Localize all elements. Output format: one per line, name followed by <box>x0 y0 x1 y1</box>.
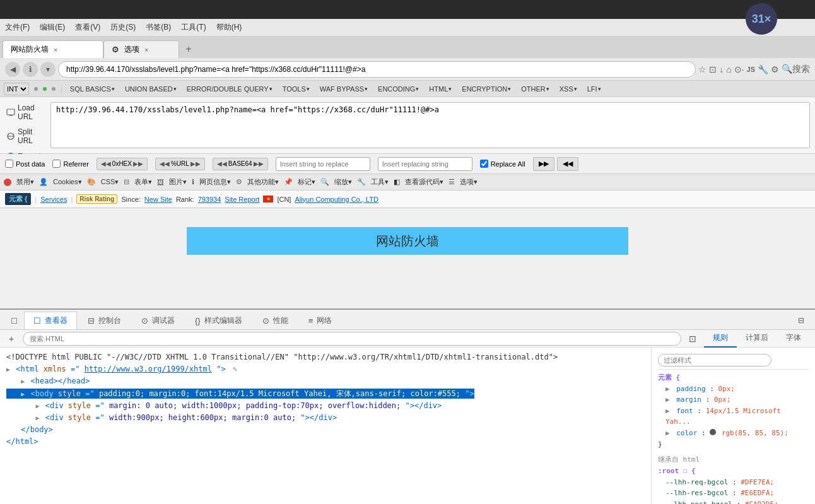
rules-close-brace: } <box>658 440 662 448</box>
html-search-input[interactable] <box>23 332 681 346</box>
shield-icon: ⊙· <box>734 64 744 74</box>
devtools-toggle[interactable]: ☐ <box>5 313 23 329</box>
devtools-tab-console[interactable]: ⊟ 控制台 <box>78 312 131 329</box>
menu-history[interactable]: 历史(S) <box>110 22 136 33</box>
disable-btn[interactable]: 禁用▾ <box>14 176 37 188</box>
div1-expand[interactable]: ▶ <box>35 402 39 409</box>
waf-bypass-btn[interactable]: WAF BYPASS <box>317 84 370 94</box>
dropdown-button[interactable]: ▾ <box>40 62 56 77</box>
encoding-btn[interactable]: ENCODING <box>375 84 421 94</box>
devtools-tab-inspector[interactable]: ☐ 查看器 <box>24 312 77 329</box>
replace-all-check[interactable] <box>480 160 488 168</box>
bookmark-icon[interactable]: ⊡ <box>709 64 717 74</box>
menu-edit[interactable]: 编辑(E) <box>40 22 65 33</box>
devtools-tab-network[interactable]: ≡ 网络 <box>299 312 342 329</box>
rank-value[interactable]: 793934 <box>198 196 221 203</box>
split-url-button[interactable]: Split URL <box>4 126 47 146</box>
options-btn[interactable]: 选项▾ <box>457 176 480 188</box>
tab-close-firewall[interactable]: × <box>54 46 57 54</box>
tab-options[interactable]: ⚙ 选项 × <box>103 40 179 58</box>
mark-btn[interactable]: 标记▾ <box>295 176 318 188</box>
hex-button[interactable]: ◀◀ 0xHEX ▶▶ <box>97 158 148 170</box>
tools-btn2[interactable]: 工具▾ <box>368 176 391 188</box>
html-line-body: ▶ <body style =" padding:0; margin:0; fo… <box>6 388 645 400</box>
cookies-btn[interactable]: Cookies▾ <box>50 177 85 187</box>
base64-button[interactable]: ◀◀ BASE64 ▶▶ <box>213 158 268 170</box>
post-data-check[interactable] <box>5 160 13 168</box>
devtools-tab-performance[interactable]: ⊙ 性能 <box>253 312 298 329</box>
netcraft-bar: 元素 { | Services | Risk Rating Since: New… <box>0 190 815 208</box>
menu-bookmarks[interactable]: 书签(B) <box>146 22 171 33</box>
info-button[interactable]: ℹ <box>23 62 38 77</box>
union-based-btn[interactable]: UNION BASED <box>122 84 179 94</box>
tools-btn[interactable]: TOOLS <box>280 84 312 94</box>
sep2: | <box>71 196 73 203</box>
menu-view[interactable]: 查看(V) <box>75 22 100 33</box>
url-textarea[interactable]: http://39.96.44.170/xsslabs/level1.php?n… <box>50 102 810 148</box>
post-data-checkbox[interactable]: Post data <box>5 160 45 168</box>
tab-close-options[interactable]: × <box>144 46 148 54</box>
lfi-btn[interactable]: LFI <box>585 84 604 94</box>
html-search-submit[interactable]: ⊡ <box>686 332 699 345</box>
other-features-btn[interactable]: 其他功能▾ <box>245 176 281 188</box>
devtools-tab-style-editor[interactable]: {} 样式编辑器 <box>185 312 252 329</box>
html-btn[interactable]: HTML <box>426 84 454 94</box>
load-url-button[interactable]: Load URL <box>4 102 47 122</box>
menu-tools[interactable]: 工具(T) <box>181 22 206 33</box>
body-line-selected[interactable]: ▶ <body style =" padding:0; margin:0; fo… <box>6 389 474 399</box>
rules-tab[interactable]: 规则 <box>704 330 737 348</box>
body-expand[interactable]: ▶ <box>21 390 25 397</box>
replace-all-checkbox[interactable]: Replace All <box>480 160 525 168</box>
var1-val: #DFE7EA; <box>741 478 774 486</box>
head-expand[interactable]: ▶ <box>21 378 25 385</box>
replace-search-input[interactable] <box>276 157 370 171</box>
settings-icon[interactable]: ⚙ <box>771 64 779 74</box>
css-btn[interactable]: CSS▾ <box>98 177 122 187</box>
html-pencil-icon[interactable]: ✎ <box>233 365 237 373</box>
images-btn[interactable]: 图片▾ <box>167 176 189 188</box>
star-icon[interactable]: ☆ <box>698 64 707 74</box>
view-source-btn[interactable]: 查看源代码▾ <box>402 176 446 188</box>
referrer-check[interactable] <box>52 160 61 168</box>
page-area: 网站防火墙 <box>0 208 815 308</box>
tab-firewall[interactable]: 网站防火墙 × <box>3 40 103 58</box>
sql-basics-btn[interactable]: SQL BASICS <box>67 84 117 94</box>
xmlns-val-link[interactable]: http://www.w3.org/1999/xhtml <box>85 365 212 373</box>
other-btn[interactable]: OTHER <box>519 84 552 94</box>
encryption-btn[interactable]: ENCRYPTION <box>459 84 513 94</box>
download-icon[interactable]: ↓ <box>719 64 724 74</box>
ext-icon1[interactable]: 🔧 <box>758 64 768 74</box>
xss-btn[interactable]: XSS <box>557 84 580 94</box>
replace-back-btn[interactable]: ◀◀ <box>557 157 578 171</box>
html-expand[interactable]: ▶ <box>6 366 10 373</box>
back-button[interactable]: ◀ <box>5 62 20 77</box>
replace-with-input[interactable] <box>378 157 472 171</box>
forms-btn[interactable]: 表单▾ <box>132 176 155 188</box>
css-filter-input[interactable] <box>658 354 771 366</box>
div2-expand[interactable]: ▶ <box>35 414 39 421</box>
var2-name: --lhh-res-bgcol <box>665 489 728 497</box>
address-input[interactable] <box>58 61 696 78</box>
home-icon[interactable]: ⌂ <box>726 64 731 74</box>
replace-go-btn[interactable]: ▶▶ <box>533 157 554 171</box>
pcturl-button[interactable]: ◀◀ %URL ▶▶ <box>155 158 205 170</box>
devtools-tab-debugger[interactable]: ⊙ 调试器 <box>132 312 184 329</box>
menu-help[interactable]: 帮助(H) <box>216 22 242 33</box>
computed-tab[interactable]: 计算后 <box>737 330 777 348</box>
services-link[interactable]: Services <box>40 196 67 203</box>
referrer-checkbox[interactable]: Referrer <box>52 160 88 168</box>
zoom-btn[interactable]: 缩放▾ <box>332 176 355 188</box>
error-double-btn[interactable]: ERROR/DOUBLE QUERY <box>184 84 275 94</box>
pageinfo-btn[interactable]: 网页信息▾ <box>197 176 233 188</box>
webdev-toolbar: 禁用▾ 👤 Cookies▾ 🎨 CSS▾ ⊟ 表单▾ 🖼 图片▾ ℹ 网页信息… <box>0 174 815 190</box>
color-val: rgb(85, 85, 85); <box>722 429 789 437</box>
new-site-link[interactable]: New Site <box>144 196 172 203</box>
company-link[interactable]: Aliyun Computing Co., LTD <box>295 196 378 203</box>
int-select[interactable]: INT <box>4 83 29 95</box>
menu-file[interactable]: 文件(F) <box>5 22 30 33</box>
devtools-dock-btn[interactable]: ⊟ <box>792 312 810 329</box>
new-tab-button[interactable]: + <box>179 40 198 58</box>
add-node-btn[interactable]: + <box>5 332 18 345</box>
fonts-tab[interactable]: 字体 <box>777 330 810 348</box>
site-report-link[interactable]: Site Report <box>225 196 259 203</box>
